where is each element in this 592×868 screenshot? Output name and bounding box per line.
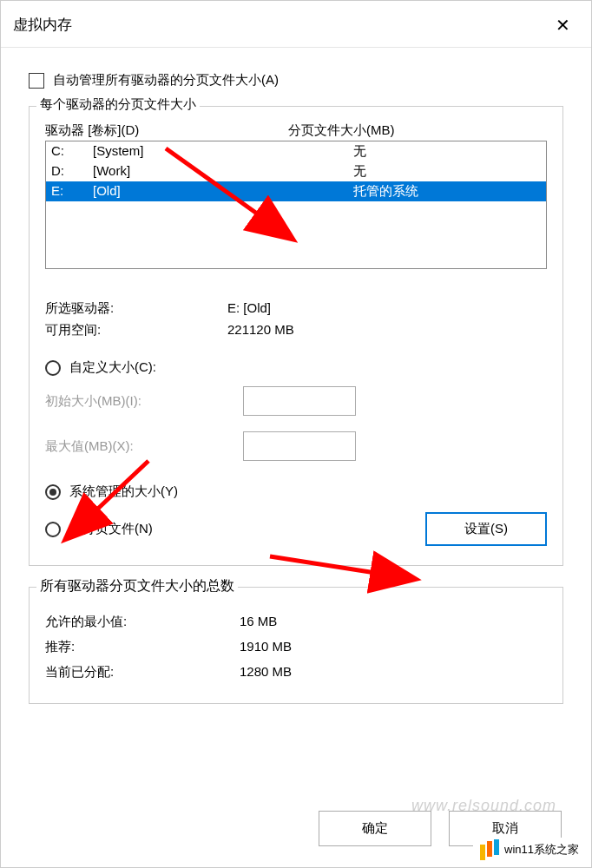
drive-letter: D:	[51, 163, 93, 180]
set-button[interactable]: 设置(S)	[425, 512, 547, 546]
currently-allocated-value: 1280 MB	[240, 664, 292, 681]
max-size-input[interactable]	[243, 431, 356, 461]
recommended-value: 1910 MB	[240, 639, 292, 655]
auto-manage-checkbox[interactable]	[29, 73, 44, 89]
custom-size-label: 自定义大小(C):	[69, 359, 156, 376]
auto-manage-checkbox-row[interactable]: 自动管理所有驱动器的分页文件大小(A)	[29, 72, 563, 89]
virtual-memory-dialog: 虚拟内存 ✕ 自动管理所有驱动器的分页文件大小(A) 每个驱动器的分页文件大小 …	[0, 0, 592, 868]
drive-row-selected[interactable]: E: [Old] 托管的系统	[46, 181, 546, 201]
drive-letter: C:	[51, 143, 93, 160]
currently-allocated-row: 当前已分配: 1280 MB	[45, 664, 547, 681]
custom-size-radio-row[interactable]: 自定义大小(C):	[45, 359, 547, 376]
selected-drive-label: 所选驱动器:	[45, 300, 227, 317]
drive-label: [Work]	[93, 163, 353, 180]
selected-drive-row: 所选驱动器: E: [Old]	[45, 300, 547, 317]
site-logo-icon	[480, 839, 499, 860]
site-badge-text: win11系统之家	[504, 842, 579, 858]
drive-letter: E:	[51, 183, 93, 200]
drive-listbox[interactable]: C: [System] 无 D: [Work] 无 E: [Old] 托管的系统	[45, 141, 547, 269]
drive-list-header: 驱动器 [卷标](D) 分页文件大小(MB)	[45, 122, 547, 139]
min-allowed-label: 允许的最小值:	[45, 614, 240, 630]
drive-size: 无	[353, 143, 541, 160]
max-size-label: 最大值(MB)(X):	[45, 438, 243, 455]
dialog-title: 虚拟内存	[13, 15, 72, 35]
auto-manage-label: 自动管理所有驱动器的分页文件大小(A)	[53, 72, 279, 89]
site-badge: win11系统之家	[473, 838, 586, 862]
recommended-label: 推荐:	[45, 639, 240, 655]
titlebar: 虚拟内存 ✕	[1, 1, 591, 48]
currently-allocated-label: 当前已分配:	[45, 664, 240, 681]
initial-size-row: 初始大小(MB)(I):	[45, 386, 547, 416]
max-size-row: 最大值(MB)(X):	[45, 431, 547, 461]
no-paging-radio-row[interactable]: 无分页文件(N)	[45, 521, 425, 537]
drive-label: [System]	[93, 143, 353, 160]
free-space-row: 可用空间: 221120 MB	[45, 322, 547, 339]
drive-size: 托管的系统	[353, 183, 541, 200]
recommended-row: 推荐: 1910 MB	[45, 639, 547, 655]
initial-size-input[interactable]	[243, 386, 356, 416]
drive-row[interactable]: D: [Work] 无	[46, 161, 546, 181]
no-paging-radio[interactable]	[45, 522, 61, 537]
drive-row[interactable]: C: [System] 无	[46, 141, 546, 161]
min-allowed-value: 16 MB	[240, 614, 277, 630]
min-allowed-row: 允许的最小值: 16 MB	[45, 614, 547, 630]
drive-label: [Old]	[93, 183, 353, 200]
totals-legend: 所有驱动器分页文件大小的总数	[36, 577, 238, 595]
ok-button[interactable]: 确定	[319, 811, 431, 846]
system-managed-label: 系统管理的大小(Y)	[69, 483, 178, 500]
drives-legend: 每个驱动器的分页文件大小	[36, 96, 200, 113]
drive-header-drive: 驱动器 [卷标](D)	[45, 122, 288, 139]
free-space-label: 可用空间:	[45, 322, 227, 339]
drives-fieldset: 每个驱动器的分页文件大小 驱动器 [卷标](D) 分页文件大小(MB) C: […	[29, 106, 563, 566]
free-space-value: 221120 MB	[227, 322, 294, 339]
dialog-content: 自动管理所有驱动器的分页文件大小(A) 每个驱动器的分页文件大小 驱动器 [卷标…	[1, 48, 591, 704]
initial-size-label: 初始大小(MB)(I):	[45, 393, 243, 410]
close-icon[interactable]: ✕	[547, 11, 579, 39]
selected-drive-value: E: [Old]	[227, 300, 271, 317]
drive-header-size: 分页文件大小(MB)	[288, 122, 547, 139]
system-managed-radio-row[interactable]: 系统管理的大小(Y)	[45, 483, 547, 500]
custom-size-radio[interactable]	[45, 360, 61, 376]
totals-fieldset: 所有驱动器分页文件大小的总数 允许的最小值: 16 MB 推荐: 1910 MB…	[29, 587, 563, 704]
system-managed-radio[interactable]	[45, 484, 61, 500]
drive-size: 无	[353, 163, 541, 180]
no-paging-label: 无分页文件(N)	[69, 521, 153, 537]
